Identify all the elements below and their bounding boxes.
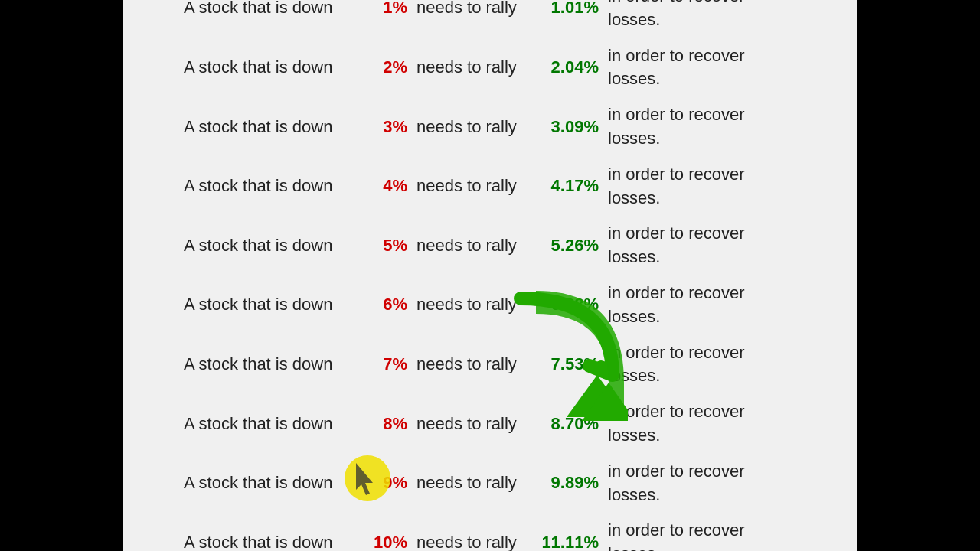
- needs-label: needs to rally: [413, 471, 536, 495]
- down-percent: 10%: [368, 531, 413, 551]
- row-label: A stock that is down: [184, 412, 368, 436]
- needs-label: needs to rally: [413, 353, 536, 377]
- suffix-label: in order to recover losses.: [605, 460, 781, 507]
- needs-label: needs to rally: [413, 56, 536, 80]
- table-row: A stock that is down 2% needs to rally 2…: [184, 38, 796, 98]
- down-percent: 7%: [368, 353, 413, 377]
- rally-percent: 5.26%: [536, 234, 605, 258]
- table-row: A stock that is down 9% needs to rally 9…: [184, 454, 796, 514]
- row-label: A stock that is down: [184, 353, 368, 377]
- down-percent: 6%: [368, 293, 413, 317]
- needs-label: needs to rally: [413, 293, 536, 317]
- main-panel: A stock that is down 1% needs to rally 1…: [122, 0, 858, 551]
- down-percent: 5%: [368, 234, 413, 258]
- needs-label: needs to rally: [413, 234, 536, 258]
- rally-percent: 3.09%: [536, 116, 605, 139]
- suffix-label: in order to recover losses.: [605, 44, 781, 92]
- rally-percent: 11.11%: [536, 531, 605, 551]
- suffix-label: in order to recover losses.: [605, 222, 781, 269]
- rally-percent: 4.17%: [536, 174, 605, 198]
- row-label: A stock that is down: [184, 293, 368, 317]
- table-row: A stock that is down 3% needs to rally 3…: [184, 97, 796, 157]
- table-row: A stock that is down 1% needs to rally 1…: [184, 0, 796, 38]
- down-percent: 9%: [368, 471, 413, 495]
- row-label: A stock that is down: [184, 471, 368, 495]
- suffix-label: in order to recover losses.: [605, 282, 781, 329]
- down-percent: 3%: [368, 116, 413, 139]
- down-percent: 1%: [368, 0, 413, 20]
- down-percent: 4%: [368, 174, 413, 198]
- table-container: A stock that is down 1% needs to rally 1…: [176, 0, 804, 551]
- row-label: A stock that is down: [184, 116, 368, 139]
- table-row: A stock that is down 6% needs to rally 6…: [184, 276, 796, 335]
- suffix-label: in order to recover losses.: [605, 400, 781, 448]
- needs-label: needs to rally: [413, 412, 536, 436]
- suffix-label: in order to recover losses.: [605, 0, 781, 32]
- down-percent: 2%: [368, 56, 413, 80]
- suffix-label: in order to recover losses.: [605, 163, 781, 210]
- table-row: A stock that is down 4% needs to rally 4…: [184, 157, 796, 217]
- table-row: A stock that is down 8% needs to rally 8…: [184, 394, 796, 454]
- row-label: A stock that is down: [184, 56, 368, 80]
- needs-label: needs to rally: [413, 116, 536, 139]
- rally-percent: 9.89%: [536, 471, 605, 495]
- row-label: A stock that is down: [184, 174, 368, 198]
- needs-label: needs to rally: [413, 531, 536, 551]
- row-label: A stock that is down: [184, 234, 368, 258]
- row-label: A stock that is down: [184, 531, 368, 551]
- suffix-label: in order to recover losses.: [605, 519, 781, 551]
- row-label: A stock that is down: [184, 0, 368, 20]
- rally-percent: 1.01%: [536, 0, 605, 20]
- suffix-label: in order to recover losses.: [605, 103, 781, 151]
- table-row: A stock that is down 5% needs to rally 5…: [184, 216, 796, 276]
- table-row: A stock that is down 7% needs to rally 7…: [184, 335, 796, 395]
- rally-percent: 2.04%: [536, 56, 605, 80]
- rally-percent: 7.53%: [536, 353, 605, 377]
- table-row: A stock that is down 10% needs to rally …: [184, 513, 796, 551]
- rally-percent: 8.70%: [536, 412, 605, 436]
- needs-label: needs to rally: [413, 174, 536, 198]
- rally-percent: 6.38%: [536, 293, 605, 317]
- needs-label: needs to rally: [413, 0, 536, 20]
- suffix-label: in order to recover losses.: [605, 341, 781, 389]
- down-percent: 8%: [368, 412, 413, 436]
